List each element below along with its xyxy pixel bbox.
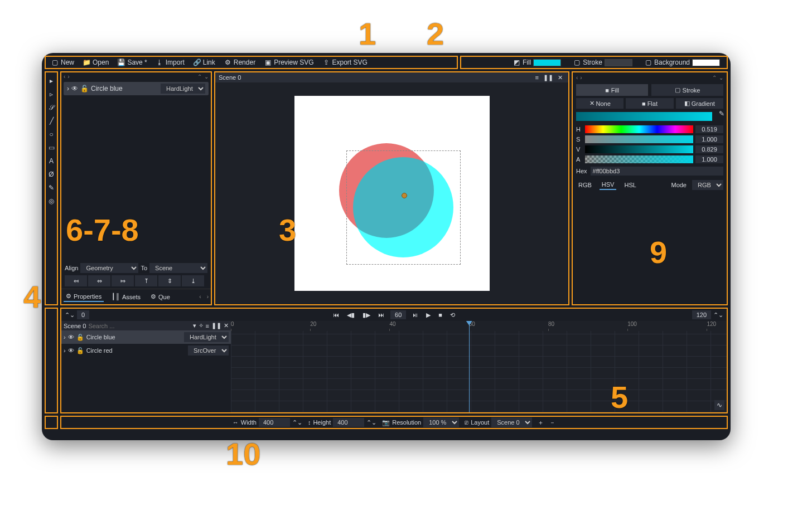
timeline-blend-select[interactable]: HardLight [184,332,229,342]
viewport-close-icon[interactable]: ✕ [555,74,565,81]
saturation-value[interactable]: 1.000 [695,135,723,143]
rgb-tab[interactable]: RGB [576,181,594,189]
frame-end-value[interactable]: 120 [692,310,711,319]
tab-queue[interactable]: ⚙Que [148,292,172,301]
to-select[interactable]: Scene [149,263,207,273]
fill-swatch-button[interactable]: ◩Fill [510,57,564,67]
saturation-slider[interactable] [585,135,693,143]
import-button[interactable]: ⭳Import [153,57,188,67]
chevron-up-icon[interactable]: ⌃ [712,75,717,81]
viewport-menu-icon[interactable]: ≡ [533,74,541,81]
chevron-down-icon[interactable]: ⌄ [719,75,723,81]
go-start-button[interactable]: ⏮ [331,311,341,318]
chevron-right-icon[interactable]: › [67,74,69,80]
viewport-pause-icon[interactable]: ❚❚ [541,74,555,81]
timeline-search-input[interactable] [88,323,190,329]
tab-properties[interactable]: ⚙Properties [64,291,104,302]
chevron-left-icon[interactable]: ‹ [576,75,578,81]
eyedropper-tool[interactable]: ✎ [46,183,56,193]
target-tool[interactable]: ◎ [46,196,56,206]
chevron-down-icon[interactable]: ⌄ [204,74,209,80]
next-key-button[interactable]: ▮▶ [361,311,372,319]
hue-slider[interactable] [585,125,693,133]
frame-start-value[interactable]: 0 [77,310,89,319]
render-button[interactable]: ⚙Render [221,57,259,67]
hsv-tab[interactable]: HSV [600,180,617,190]
tab-assets[interactable]: ┃║Assets [109,292,143,301]
menu-icon[interactable]: ≡ [206,323,209,329]
frame-start-stepper[interactable]: ⌃⌄ [65,311,75,319]
pen-tool[interactable]: 𝒮 [46,103,56,113]
layout-select[interactable]: Scene 0 [491,417,532,427]
select-tool[interactable]: ▸ [46,76,56,86]
rectangle-tool[interactable]: ▭ [46,143,56,153]
value-value[interactable]: 0.829 [695,145,723,153]
lock-icon[interactable]: 🔓 [80,85,89,92]
hue-value[interactable]: 0.519 [695,125,723,133]
timeline-ruler[interactable]: 0 20 40 60 80 100 120 [231,321,727,331]
preview-svg-button[interactable]: ▣Preview SVG [261,57,317,67]
blend-mode-select[interactable]: HardLight [161,84,205,94]
link-button[interactable]: 🔗Link [190,57,219,67]
align-bottom-button[interactable]: ⤓ [182,275,204,286]
timeline-tracks[interactable]: 0 20 40 60 80 100 120 ∿ [231,321,727,412]
visibility-icon[interactable]: 👁 [68,347,74,354]
remove-layout-button[interactable]: － [549,418,555,427]
tab-scroll-right[interactable]: › [207,294,209,300]
align-select[interactable]: Geometry [80,263,138,273]
line-tool[interactable]: ╱ [46,116,56,126]
pivot-handle[interactable] [402,193,407,198]
height-input[interactable] [333,418,364,427]
frame-current-value[interactable]: 60 [390,310,406,319]
expand-icon[interactable]: › [64,334,66,340]
align-right-button[interactable]: ⤇ [112,275,134,286]
pause-icon[interactable]: ❚❚ [211,322,221,329]
align-hcenter-button[interactable]: ⇔ [88,275,110,286]
timeline-layer-row[interactable]: › 👁 🔓 Circle blue HardLight [61,330,231,344]
frame-end-stepper[interactable]: ⌃⌄ [713,311,723,319]
align-top-button[interactable]: ⤒ [135,275,157,286]
alpha-value[interactable]: 1.000 [695,155,723,163]
value-slider[interactable] [585,145,693,153]
brush-tool[interactable]: Ø [46,169,56,179]
playhead[interactable] [469,321,470,412]
eyedropper-icon[interactable]: ✎ [719,110,724,118]
width-input[interactable] [259,418,290,427]
open-button[interactable]: 📁Open [80,57,112,67]
stepper-icon[interactable]: ⌃⌄ [366,419,376,426]
canvas-area[interactable] [215,82,568,304]
align-vcenter-button[interactable]: ⇕ [158,275,181,286]
hex-input[interactable] [591,167,723,176]
align-left-button[interactable]: ⤆ [65,275,87,286]
go-end-button[interactable]: ⏭ [376,311,386,318]
play-button[interactable]: ▶ [424,311,432,319]
lock-icon[interactable]: 🔓 [76,347,84,354]
new-button[interactable]: ▢New [48,57,78,67]
fill-flat-button[interactable]: ■Flat [626,98,673,109]
direct-select-tool[interactable]: ▹ [46,89,56,99]
prev-key-button[interactable]: ◀▮ [345,311,356,319]
fill-none-button[interactable]: ✕None [576,98,624,109]
alpha-slider[interactable] [585,155,693,163]
mode-select[interactable]: RGB [692,180,723,190]
resolution-select[interactable]: 100 % [423,417,459,427]
fill-gradient-button[interactable]: ◧Gradient [676,98,723,109]
color-preview-strip[interactable] [576,112,712,121]
play-pause-button[interactable]: ⏯ [410,311,420,318]
expand-icon[interactable]: › [67,85,69,92]
background-swatch-button[interactable]: ▢Background [641,57,723,67]
fill-tab[interactable]: ■Fill [576,84,648,96]
add-layout-button[interactable]: ＋ [538,418,544,427]
stroke-swatch-button[interactable]: ▢Stroke [570,57,636,67]
filter-icon[interactable]: ▾ [193,322,196,329]
save-button[interactable]: 💾Save * [114,57,150,67]
chevron-left-icon[interactable]: ‹ [64,74,65,80]
timeline-layer-row[interactable]: › 👁 🔓 Circle red SrcOver [61,344,231,357]
waveform-icon[interactable]: ∿ [714,400,724,410]
close-icon[interactable]: ✕ [224,322,229,329]
export-svg-button[interactable]: ⇪Export SVG [319,57,370,67]
timeline-blend-select[interactable]: SrcOver [188,345,229,356]
lock-icon[interactable]: 🔓 [76,334,84,341]
tab-scroll-left[interactable]: ‹ [199,294,201,300]
stop-button[interactable]: ■ [437,311,444,318]
